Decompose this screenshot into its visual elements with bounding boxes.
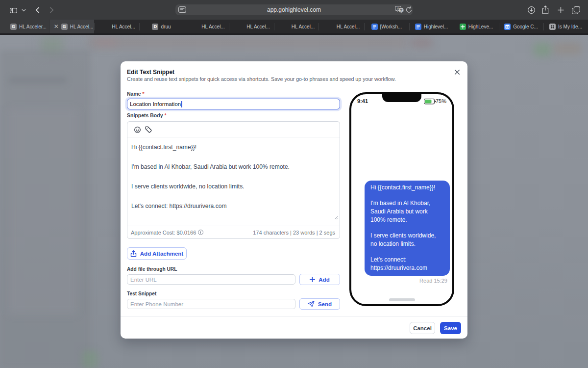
svg-text:31: 31 (506, 25, 509, 28)
svg-text:文: 文 (400, 8, 403, 12)
